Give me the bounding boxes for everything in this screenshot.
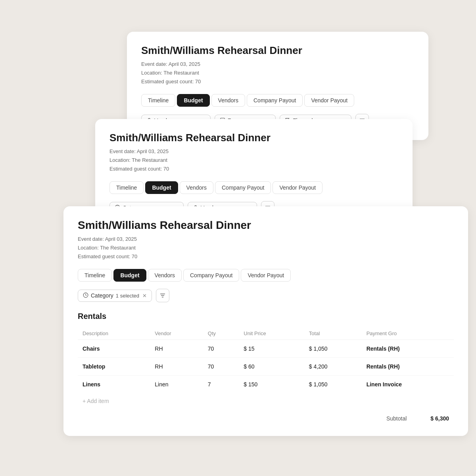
event-date-3: Event date: April 03, 2025 bbox=[78, 235, 454, 244]
event-date-1: Event date: April 03, 2025 bbox=[141, 60, 414, 69]
cell-payment-group-0: Rentals (RH) bbox=[362, 340, 454, 358]
table-row-1: Tabletop RH 70 $ 60 $ 4,200 Rentals (RH) bbox=[78, 358, 454, 376]
table-row-0: Chairs RH 70 $ 15 $ 1,050 Rentals (RH) bbox=[78, 340, 454, 358]
cell-payment-group-2: Linen Invoice bbox=[362, 376, 454, 393]
section-title-rentals: Rentals bbox=[78, 312, 454, 321]
tabs-2: Timeline Budget Vendors Company Payout V… bbox=[109, 181, 398, 194]
tab-vendor-payout-3[interactable]: Vendor Payout bbox=[241, 269, 291, 282]
cell-total-0: $ 1,050 bbox=[304, 340, 362, 358]
tab-vendors-3[interactable]: Vendors bbox=[148, 269, 182, 282]
tab-company-payout-3[interactable]: Company Payout bbox=[183, 269, 239, 282]
tab-company-payout-2[interactable]: Company Payout bbox=[215, 181, 271, 194]
event-title-3: Smith/Williams Rehearsal Dinner bbox=[78, 219, 454, 232]
tab-budget-3[interactable]: Budget bbox=[113, 269, 146, 282]
category-close-3[interactable]: ✕ bbox=[142, 293, 147, 299]
cell-description-0: Chairs bbox=[78, 340, 150, 358]
cell-vendor-0: RH bbox=[150, 340, 203, 358]
guest-count-1: Estimated guest count: 70 bbox=[141, 77, 414, 86]
tab-timeline-2[interactable]: Timeline bbox=[109, 181, 144, 194]
cell-qty-1: 70 bbox=[203, 358, 239, 376]
event-title-1: Smith/Williams Rehearsal Dinner bbox=[141, 44, 414, 57]
event-meta-2: Event date: April 03, 2025 Location: The… bbox=[109, 147, 398, 173]
cell-total-1: $ 4,200 bbox=[304, 358, 362, 376]
cell-unit-price-0: $ 15 bbox=[239, 340, 304, 358]
add-item-label: + Add item bbox=[83, 398, 109, 404]
col-unit-price: Unit Price bbox=[239, 327, 304, 340]
tab-budget-1[interactable]: Budget bbox=[177, 94, 209, 107]
filter-category-3[interactable]: Category 1 selected ✕ bbox=[78, 290, 152, 302]
add-item-button[interactable]: + Add item bbox=[78, 393, 454, 409]
tab-vendors-2[interactable]: Vendors bbox=[180, 181, 213, 194]
event-date-2: Event date: April 03, 2025 bbox=[109, 147, 398, 156]
cell-description-2: Linens bbox=[78, 376, 150, 393]
tabs-1: Timeline Budget Vendors Company Payout V… bbox=[141, 94, 414, 107]
filters-3: Category 1 selected ✕ bbox=[78, 289, 454, 302]
budget-table: Description Vendor Qty Unit Price Total … bbox=[78, 327, 454, 393]
col-payment-group: Payment Gro bbox=[362, 327, 454, 340]
tabs-3: Timeline Budget Vendors Company Payout V… bbox=[78, 269, 454, 282]
location-2: Location: The Restaurant bbox=[109, 156, 398, 165]
tab-vendors-1[interactable]: Vendors bbox=[211, 94, 245, 107]
event-meta-3: Event date: April 03, 2025 Location: The… bbox=[78, 235, 454, 261]
subtotal-value: $ 6,300 bbox=[430, 415, 449, 422]
col-total: Total bbox=[304, 327, 362, 340]
tab-timeline-1[interactable]: Timeline bbox=[141, 94, 175, 107]
tab-vendor-payout-1[interactable]: Vendor Payout bbox=[304, 94, 354, 107]
cell-vendor-1: RH bbox=[150, 358, 203, 376]
cell-unit-price-2: $ 150 bbox=[239, 376, 304, 393]
category-icon-3 bbox=[83, 292, 88, 299]
col-qty: Qty bbox=[203, 327, 239, 340]
tab-vendor-payout-2[interactable]: Vendor Payout bbox=[273, 181, 322, 194]
location-1: Location: The Restaurant bbox=[141, 69, 414, 77]
tab-company-payout-1[interactable]: Company Payout bbox=[247, 94, 303, 107]
table-row-2: Linens Linen 7 $ 150 $ 1,050 Linen Invoi… bbox=[78, 376, 454, 393]
tab-budget-2[interactable]: Budget bbox=[145, 181, 178, 194]
guest-count-3: Estimated guest count: 70 bbox=[78, 252, 454, 261]
event-title-2: Smith/Williams Rehearsal Dinner bbox=[109, 132, 398, 144]
cell-total-2: $ 1,050 bbox=[304, 376, 362, 393]
col-description: Description bbox=[78, 327, 150, 340]
cell-qty-0: 70 bbox=[203, 340, 239, 358]
subtotal-label: Subtotal bbox=[386, 415, 407, 422]
cell-qty-2: 7 bbox=[203, 376, 239, 393]
category-selected-3: 1 selected bbox=[116, 293, 139, 299]
subtotal-row: Subtotal $ 6,300 bbox=[78, 409, 454, 423]
sort-button-3[interactable] bbox=[156, 289, 169, 302]
guest-count-2: Estimated guest count: 70 bbox=[109, 165, 398, 173]
col-vendor: Vendor bbox=[150, 327, 203, 340]
card-3: Smith/Williams Rehearsal Dinner Event da… bbox=[63, 206, 468, 436]
location-3: Location: The Restaurant bbox=[78, 244, 454, 252]
cell-description-1: Tabletop bbox=[78, 358, 150, 376]
event-meta-1: Event date: April 03, 2025 Location: The… bbox=[141, 60, 414, 86]
tab-timeline-3[interactable]: Timeline bbox=[78, 269, 112, 282]
category-label-3: Category bbox=[91, 292, 113, 299]
cell-unit-price-1: $ 60 bbox=[239, 358, 304, 376]
cell-payment-group-1: Rentals (RH) bbox=[362, 358, 454, 376]
cell-vendor-2: Linen bbox=[150, 376, 203, 393]
